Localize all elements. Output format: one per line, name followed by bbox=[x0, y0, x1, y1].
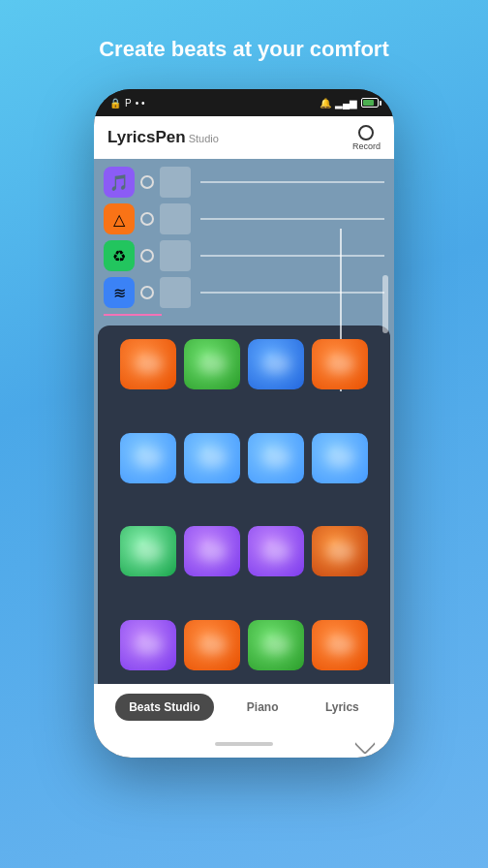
track-block-3[interactable] bbox=[160, 240, 191, 271]
track-icon-4[interactable]: ≋ bbox=[104, 277, 135, 308]
pad-row-4 bbox=[107, 620, 381, 670]
pad-3-1[interactable] bbox=[120, 526, 176, 576]
phone-frame: 🔒 P • • 🔔 ▂▄▆ LyricsPen Studio Record bbox=[94, 89, 394, 758]
track-radio-2[interactable] bbox=[140, 212, 154, 226]
track-radio-3[interactable] bbox=[140, 249, 154, 263]
tracks-area: 🎵 △ ♻ ≋ bbox=[94, 159, 394, 326]
pad-3-2[interactable] bbox=[184, 526, 240, 576]
tab-lyrics[interactable]: Lyrics bbox=[312, 694, 373, 721]
track-row-3: ♻ bbox=[104, 240, 384, 271]
tab-piano[interactable]: Piano bbox=[233, 694, 292, 721]
pad-1-4[interactable] bbox=[312, 339, 368, 389]
pad-2-3[interactable] bbox=[248, 433, 304, 483]
track-icon-3[interactable]: ♻ bbox=[104, 240, 135, 271]
logo-main-text: LyricsPen bbox=[107, 128, 186, 147]
tab-lyrics-label: Lyrics bbox=[325, 700, 359, 714]
back-button-icon[interactable] bbox=[354, 733, 377, 756]
pad-2-2[interactable] bbox=[184, 433, 240, 483]
pad-4-2[interactable] bbox=[184, 620, 240, 670]
track-radio-1[interactable] bbox=[140, 175, 154, 189]
status-left: 🔒 P • • bbox=[109, 98, 144, 108]
signal-bars: ▂▄▆ bbox=[335, 98, 357, 108]
pad-2-4[interactable] bbox=[312, 433, 368, 483]
track-line-1 bbox=[200, 181, 384, 183]
battery-icon bbox=[361, 98, 379, 108]
track-row-4: ≋ bbox=[104, 277, 384, 308]
pad-1-2[interactable] bbox=[184, 339, 240, 389]
bottom-nav: Beats Studio Piano Lyrics bbox=[94, 684, 394, 730]
status-bar: 🔒 P • • 🔔 ▂▄▆ bbox=[94, 89, 394, 116]
track-line-2 bbox=[200, 218, 384, 220]
pad-3-4[interactable] bbox=[312, 526, 368, 576]
pad-1-1[interactable] bbox=[120, 339, 176, 389]
pad-row-1 bbox=[107, 339, 381, 389]
pad-grid-area bbox=[98, 326, 390, 684]
home-bar bbox=[215, 742, 273, 746]
pink-underline bbox=[104, 314, 162, 316]
record-label: Record bbox=[352, 141, 381, 151]
pad-1-3[interactable] bbox=[248, 339, 304, 389]
record-circle-icon bbox=[358, 125, 374, 140]
dots: • • bbox=[136, 98, 145, 108]
pad-3-3[interactable] bbox=[248, 526, 304, 576]
track-line-4 bbox=[200, 292, 384, 294]
track-block-4[interactable] bbox=[160, 277, 191, 308]
pad-4-3[interactable] bbox=[248, 620, 304, 670]
record-button[interactable]: Record bbox=[352, 125, 381, 151]
track-radio-4[interactable] bbox=[140, 286, 154, 299]
tracks-container: 🎵 △ ♻ ≋ bbox=[94, 159, 394, 326]
pad-row-2 bbox=[107, 433, 381, 483]
battery-fill bbox=[363, 100, 374, 106]
status-right: 🔔 ▂▄▆ bbox=[320, 98, 379, 108]
track-block-1[interactable] bbox=[160, 167, 191, 198]
phone-bottom bbox=[94, 730, 394, 758]
carrier: P bbox=[125, 98, 132, 108]
track-row-2: △ bbox=[104, 203, 384, 234]
pad-4-4[interactable] bbox=[312, 620, 368, 670]
pad-2-1[interactable] bbox=[120, 433, 176, 483]
pad-row-3 bbox=[107, 526, 381, 576]
track-icon-1[interactable]: 🎵 bbox=[104, 167, 135, 198]
bell-icon: 🔔 bbox=[320, 98, 331, 108]
track-icon-2[interactable]: △ bbox=[104, 203, 135, 234]
tab-piano-label: Piano bbox=[247, 700, 279, 714]
track-row-1: 🎵 bbox=[104, 167, 384, 198]
app-logo: LyricsPen Studio bbox=[107, 128, 219, 147]
logo-sub-text: Studio bbox=[189, 133, 219, 144]
scrollbar-handle[interactable] bbox=[382, 275, 388, 333]
tab-beats-studio[interactable]: Beats Studio bbox=[115, 694, 213, 721]
lock-icon: 🔒 bbox=[109, 98, 121, 108]
tab-beats-studio-label: Beats Studio bbox=[129, 700, 199, 714]
track-line-3 bbox=[200, 255, 384, 257]
app-screen: LyricsPen Studio Record 🎵 △ bbox=[94, 116, 394, 730]
page-title: Create beats at your comfort bbox=[79, 37, 409, 62]
pad-4-1[interactable] bbox=[120, 620, 176, 670]
app-header: LyricsPen Studio Record bbox=[94, 116, 394, 159]
track-block-2[interactable] bbox=[160, 203, 191, 234]
